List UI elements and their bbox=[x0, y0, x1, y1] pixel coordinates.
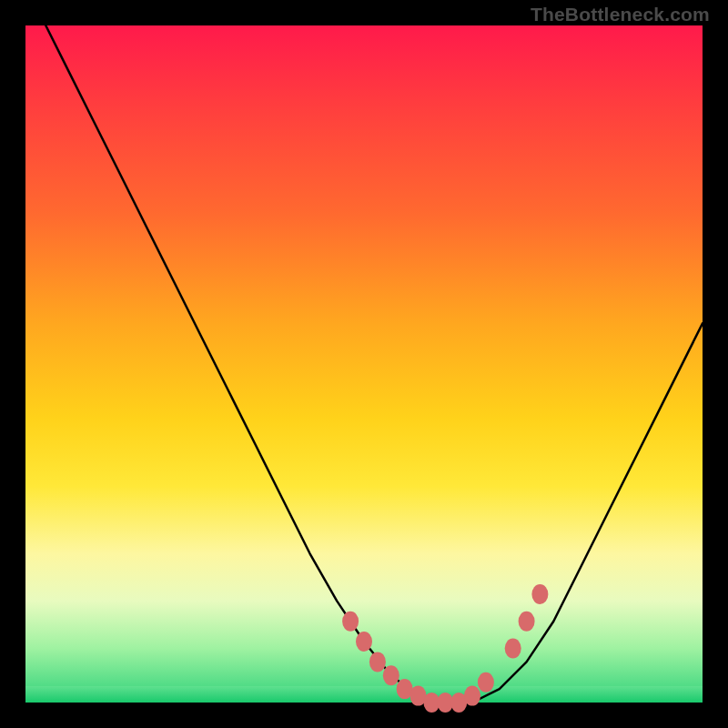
plot-area bbox=[25, 25, 703, 703]
data-marker bbox=[342, 612, 359, 632]
data-marker bbox=[519, 612, 535, 632]
curve-path bbox=[46, 25, 703, 703]
data-marker bbox=[531, 584, 548, 604]
curve-markers bbox=[342, 584, 548, 713]
outer-frame: TheBottleneck.com bbox=[0, 0, 728, 728]
curve-line bbox=[46, 25, 703, 703]
data-marker bbox=[383, 665, 399, 685]
watermark-text: TheBottleneck.com bbox=[531, 4, 710, 25]
data-marker bbox=[369, 652, 386, 672]
data-marker bbox=[478, 672, 494, 693]
data-marker bbox=[356, 632, 372, 652]
data-marker bbox=[464, 686, 480, 706]
chart-svg bbox=[25, 25, 703, 703]
data-marker bbox=[505, 639, 521, 659]
